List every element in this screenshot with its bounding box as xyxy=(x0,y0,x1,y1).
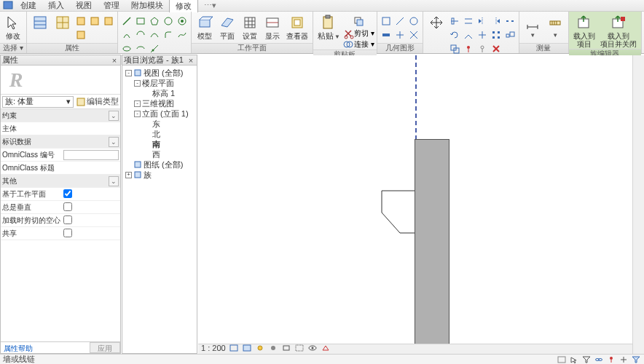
draw-poly-icon[interactable] xyxy=(148,15,161,28)
status-wf-icon[interactable] xyxy=(557,355,567,364)
project-browser-tree[interactable]: -视图 (全部)-楼层平面标高 1-三维视图-立面 (立面 1)东北南西图纸 (… xyxy=(122,66,197,353)
small-prop-2[interactable] xyxy=(88,15,101,28)
copy-mod-icon[interactable] xyxy=(448,42,461,55)
menu-create[interactable]: 创建 xyxy=(15,0,42,12)
plane-button[interactable]: 平面 xyxy=(216,13,238,41)
tree-node[interactable]: 东 xyxy=(124,119,195,129)
geo-2-icon[interactable] xyxy=(393,15,407,28)
tree-node[interactable]: -立面 (立面 1) xyxy=(124,108,195,119)
properties-panel-header[interactable]: 属性 × xyxy=(1,55,120,66)
small-prop-4[interactable] xyxy=(74,28,87,41)
menu-modify[interactable]: 修改 xyxy=(169,0,198,12)
viewer-button[interactable]: 查看器 xyxy=(284,13,310,41)
draw-arc-center-icon[interactable] xyxy=(134,28,147,41)
profile-sketch[interactable] xyxy=(374,191,415,234)
small-prop-1[interactable] xyxy=(74,15,87,28)
status-pin-icon[interactable] xyxy=(606,355,616,364)
prop-share-check[interactable] xyxy=(63,229,72,237)
tree-node[interactable]: -楼层平面 xyxy=(124,78,195,88)
menu-view[interactable]: 视图 xyxy=(70,0,98,12)
properties-button[interactable] xyxy=(29,13,51,32)
project-browser-header[interactable]: 项目浏览器 - 族1 × xyxy=(122,55,197,66)
tree-node[interactable]: 西 xyxy=(124,149,195,159)
show-button[interactable]: 显示 xyxy=(262,13,283,41)
unpin-icon[interactable] xyxy=(476,42,489,55)
mirror-pick-icon[interactable] xyxy=(490,15,503,28)
draw-arc-start-icon[interactable] xyxy=(120,28,133,41)
paste-button[interactable]: 粘贴▼ xyxy=(315,13,342,41)
draw-inscribed-icon[interactable] xyxy=(176,15,189,28)
draw-partial-ellipse-icon[interactable] xyxy=(134,42,147,55)
tree-toggle[interactable]: - xyxy=(134,100,141,107)
tree-toggle[interactable]: + xyxy=(125,172,132,178)
pin-icon[interactable] xyxy=(462,42,475,55)
status-sel-icon[interactable] xyxy=(569,355,579,364)
type-properties-button[interactable] xyxy=(52,13,74,32)
geo-5-icon[interactable] xyxy=(393,28,407,41)
measure-2-button[interactable]: ▼ xyxy=(544,13,566,39)
measure-1-button[interactable]: ▼ xyxy=(522,13,543,39)
menu-manage[interactable]: 管理 xyxy=(98,0,125,12)
tree-node[interactable]: 北 xyxy=(124,129,195,139)
family-selector[interactable]: 族: 体量▾ xyxy=(2,96,74,108)
geo-1-icon[interactable] xyxy=(380,15,393,28)
split-icon[interactable] xyxy=(503,15,517,28)
scale-icon[interactable] xyxy=(503,28,517,41)
draw-rect-icon[interactable] xyxy=(134,15,147,28)
tree-toggle[interactable]: - xyxy=(125,70,132,76)
tree-node[interactable]: -视图 (全部) xyxy=(124,68,195,78)
menu-addins[interactable]: 附加模块 xyxy=(125,0,169,12)
geo-4-icon[interactable] xyxy=(380,28,393,41)
rotate-icon[interactable] xyxy=(448,28,461,41)
tree-toggle[interactable]: - xyxy=(134,80,141,87)
detail-level-icon[interactable] xyxy=(229,344,239,352)
tree-toggle[interactable] xyxy=(125,162,132,168)
draw-spline-icon[interactable] xyxy=(176,28,189,41)
tree-node[interactable]: +族 xyxy=(124,170,195,180)
tree-node[interactable]: 图纸 (全部) xyxy=(124,159,195,170)
tree-node[interactable]: 标高 1 xyxy=(124,88,195,98)
properties-close-icon[interactable]: × xyxy=(110,56,119,65)
qat-dropdown[interactable]: ⋯▾ xyxy=(204,1,216,10)
array-icon[interactable] xyxy=(490,28,503,41)
right-scrollbar[interactable] xyxy=(632,55,644,354)
section-expand-1[interactable]: ⌄ xyxy=(109,137,119,147)
sun-path-icon[interactable] xyxy=(255,344,265,352)
tree-toggle[interactable]: - xyxy=(134,111,141,117)
move-button[interactable] xyxy=(425,13,447,32)
properties-apply-button[interactable]: 应用 xyxy=(90,342,120,353)
shadows-icon[interactable] xyxy=(268,344,278,352)
mirror-axis-icon[interactable] xyxy=(476,15,489,28)
drawing-canvas[interactable] xyxy=(198,55,632,344)
small-prop-3[interactable] xyxy=(102,15,115,28)
tree-node[interactable]: 南 xyxy=(124,139,195,149)
prop-cutvoid-check[interactable] xyxy=(63,215,72,224)
visual-style-icon[interactable] xyxy=(242,344,252,352)
crop-view-icon[interactable] xyxy=(281,344,291,352)
draw-circle-icon[interactable] xyxy=(162,15,175,28)
cut-dropdown-button[interactable]: 剪切 ▾ xyxy=(343,28,374,39)
properties-help-link[interactable]: 属性帮助 xyxy=(1,342,36,353)
trim-icon[interactable] xyxy=(462,28,475,41)
trim-single-icon[interactable] xyxy=(476,28,489,41)
edit-type-button[interactable]: 编辑类型 xyxy=(76,96,119,107)
status-filter-icon[interactable] xyxy=(581,355,592,364)
draw-ellipse-icon[interactable] xyxy=(120,42,133,55)
draw-arc-tan-icon[interactable] xyxy=(148,28,161,41)
align-icon[interactable] xyxy=(448,15,461,28)
tree-node[interactable]: -三维视图 xyxy=(124,98,195,108)
modify-tool-button[interactable]: 修改 xyxy=(2,13,24,41)
copy-small-icon[interactable] xyxy=(343,15,374,28)
prop-vertical-check[interactable] xyxy=(63,202,72,211)
view-scale-button[interactable]: 1 : 200 xyxy=(201,344,226,352)
set-button[interactable]: 设置 xyxy=(239,13,261,41)
section-constraints[interactable]: 约束 ⌄ xyxy=(1,109,120,122)
section-expand-2[interactable]: ⌄ xyxy=(109,176,119,186)
join-dropdown-button[interactable]: 连接 ▾ xyxy=(343,39,374,50)
hide-isolate-icon[interactable] xyxy=(307,344,318,352)
status-drag-icon[interactable] xyxy=(619,355,629,364)
offset-icon[interactable] xyxy=(462,15,475,28)
section-other[interactable]: 其他 ⌄ xyxy=(1,175,120,188)
geo-6-icon[interactable] xyxy=(407,28,420,41)
crop-region-icon[interactable] xyxy=(294,344,305,352)
